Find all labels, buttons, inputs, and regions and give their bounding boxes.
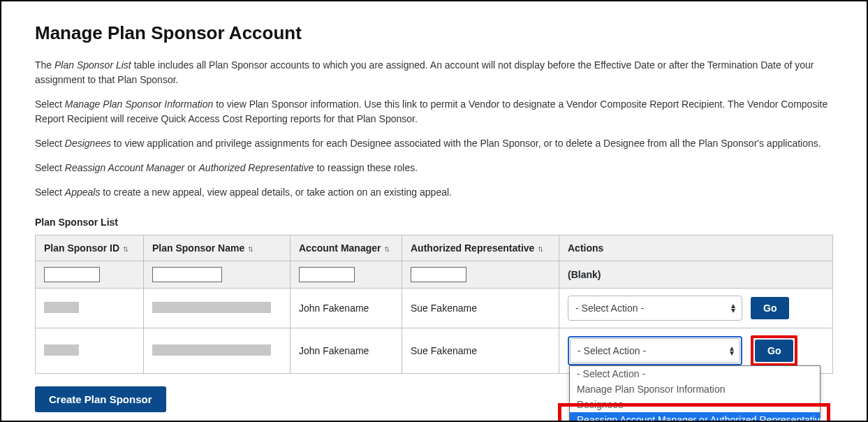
redacted-id xyxy=(44,302,79,313)
page-title: Manage Plan Sponsor Account xyxy=(35,22,833,44)
text: The xyxy=(35,59,54,71)
table-row: John Fakename Sue Fakename - Select Acti… xyxy=(36,328,833,374)
text-em: Reassign Account Manager xyxy=(65,162,184,173)
dropdown-option[interactable]: Designees xyxy=(570,397,820,412)
dropdown-option-selected[interactable]: Reassign Account Manager or Authorized R… xyxy=(570,412,820,422)
text-em: Manage Plan Sponsor Information xyxy=(65,99,213,110)
redacted-name xyxy=(152,302,271,313)
sort-icon: ↑↓ xyxy=(537,244,541,254)
text: to view application and privilege assign… xyxy=(111,138,821,149)
redacted-name xyxy=(152,344,271,356)
filter-input-ar[interactable] xyxy=(411,267,466,282)
intro-paragraph-3: Select Designees to view application and… xyxy=(35,136,833,151)
action-select[interactable]: - Select Action - xyxy=(568,296,742,321)
text: Select xyxy=(35,99,65,110)
text-em: Authorized Representative xyxy=(199,162,314,173)
action-select[interactable]: - Select Action - xyxy=(570,338,740,363)
plan-sponsor-table: Plan Sponsor ID↑↓ Plan Sponsor Name↑↓ Ac… xyxy=(35,235,833,374)
col-header-id[interactable]: Plan Sponsor ID↑↓ xyxy=(36,235,144,261)
cell-ar: Sue Fakename xyxy=(402,328,559,374)
col-header-actions: Actions xyxy=(559,235,833,261)
cell-am: John Fakename xyxy=(290,289,402,328)
col-header-label: Actions xyxy=(568,242,603,254)
cell-ar: Sue Fakename xyxy=(402,289,559,328)
filter-input-name[interactable] xyxy=(152,267,222,282)
table-row: John Fakename Sue Fakename - Select Acti… xyxy=(36,289,833,328)
col-header-label: Plan Sponsor ID xyxy=(44,242,119,254)
create-plan-sponsor-button[interactable]: Create Plan Sponsor xyxy=(35,386,166,412)
go-button[interactable]: Go xyxy=(755,340,793,362)
text: to create a new appeal, view appeal deta… xyxy=(100,187,452,198)
text: Select xyxy=(35,138,65,149)
col-header-ar[interactable]: Authorized Representative↑↓ xyxy=(402,235,559,261)
dropdown-option[interactable]: - Select Action - xyxy=(570,366,820,381)
col-header-label: Account Manager xyxy=(299,242,381,254)
intro-paragraph-1: The Plan Sponsor List table includes all… xyxy=(35,58,833,87)
col-header-label: Plan Sponsor Name xyxy=(152,242,244,254)
text-em: Plan Sponsor List xyxy=(54,59,131,71)
cell-am: John Fakename xyxy=(290,328,402,374)
go-button[interactable]: Go xyxy=(751,297,789,319)
text: to reassign these roles. xyxy=(314,162,418,173)
filter-actions-blank: (Blank) xyxy=(568,269,601,280)
col-header-label: Authorized Representative xyxy=(411,242,534,254)
sort-icon: ↑↓ xyxy=(122,244,126,254)
col-header-am[interactable]: Account Manager↑↓ xyxy=(290,235,402,261)
highlight-go-button: Go xyxy=(751,335,797,366)
filter-input-am[interactable] xyxy=(299,267,355,282)
text-em: Designees xyxy=(65,138,111,149)
text-em: Appeals xyxy=(65,187,101,198)
sort-icon: ↑↓ xyxy=(383,244,388,254)
sort-icon: ↑↓ xyxy=(247,244,251,254)
intro-paragraph-2: Select Manage Plan Sponsor Information t… xyxy=(35,97,833,126)
dropdown-option[interactable]: Manage Plan Sponsor Information xyxy=(570,381,820,397)
filter-input-id[interactable] xyxy=(44,267,100,282)
text: or xyxy=(184,162,198,173)
col-header-name[interactable]: Plan Sponsor Name↑↓ xyxy=(144,235,290,261)
intro-paragraph-5: Select Appeals to create a new appeal, v… xyxy=(35,185,833,200)
action-dropdown-open: - Select Action - Manage Plan Sponsor In… xyxy=(569,365,821,422)
text: table includes all Plan Sponsor accounts… xyxy=(35,59,814,85)
text: Select xyxy=(35,187,65,198)
intro-paragraph-4: Select Reassign Account Manager or Autho… xyxy=(35,161,833,175)
table-title: Plan Sponsor List xyxy=(35,217,833,228)
text: Select xyxy=(35,162,65,173)
redacted-id xyxy=(44,344,79,356)
